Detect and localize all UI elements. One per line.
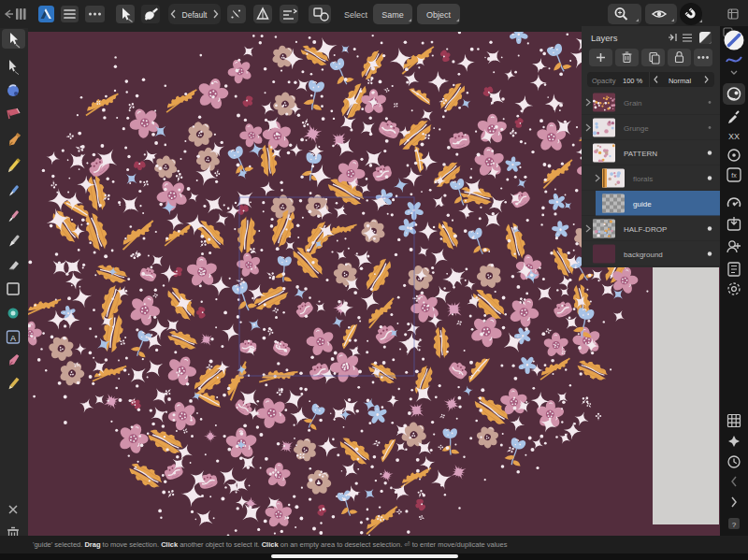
svg-text:florals: florals (633, 175, 653, 183)
svg-text:Normal: Normal (669, 77, 692, 85)
svg-text:Opacity: Opacity (592, 77, 616, 85)
svg-text:Layers: Layers (591, 33, 618, 43)
svg-text:background: background (624, 251, 663, 259)
svg-text:Object: Object (426, 10, 452, 20)
svg-text:Grunge: Grunge (624, 124, 649, 133)
svg-text:PATTERN: PATTERN (624, 150, 657, 158)
svg-text:Select: Select (344, 10, 368, 20)
svg-text:A: A (10, 334, 16, 343)
svg-text:fx: fx (731, 172, 737, 179)
svg-text:guide: guide (633, 200, 652, 208)
svg-text:HALF-DROP: HALF-DROP (624, 225, 667, 234)
svg-text:Grain: Grain (624, 99, 642, 108)
svg-text:Same: Same (381, 10, 404, 20)
svg-text:XX: XX (728, 132, 740, 141)
svg-text:Default: Default (182, 10, 209, 20)
svg-text:?: ? (732, 521, 737, 529)
svg-text:100 %: 100 % (623, 77, 643, 85)
